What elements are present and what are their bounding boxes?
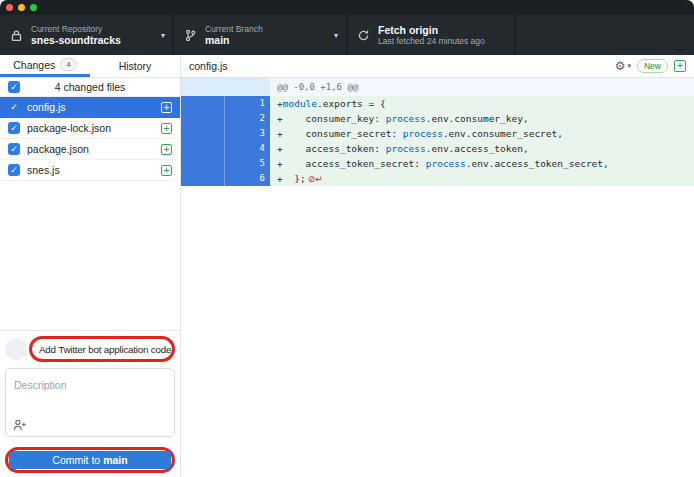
diff-line-code: + consumer_key: process.env.consumer_key… bbox=[270, 111, 694, 126]
diff-line-code: + };⊘↵ bbox=[270, 171, 694, 186]
fetch-status: Last fetched 24 minutes ago bbox=[378, 36, 485, 46]
commit-form: Add Twitter bot application code Descrip… bbox=[0, 330, 180, 477]
diff-options-button[interactable]: ⚙ ▾ bbox=[615, 60, 631, 72]
branch-label: Current Branch bbox=[205, 24, 263, 34]
diff-line-gutter[interactable]: 6 bbox=[181, 171, 270, 186]
sync-icon bbox=[357, 29, 370, 42]
summary-input[interactable]: Add Twitter bot application code bbox=[32, 344, 171, 355]
repository-name: snes-soundtracks bbox=[31, 34, 121, 47]
description-input[interactable]: Description bbox=[5, 368, 175, 437]
diff-hunk-header: @@ -0,0 +1,6 @@ bbox=[181, 78, 694, 96]
file-checkbox[interactable]: ✓ bbox=[8, 164, 20, 176]
file-row-snes-js[interactable]: ✓ snes.js + bbox=[0, 160, 180, 181]
fetch-origin-button[interactable]: Fetch origin Last fetched 24 minutes ago bbox=[347, 15, 515, 55]
changed-files-label: 4 changed files bbox=[55, 81, 126, 93]
diff-line-code: + consumer_secret: process.env.consumer_… bbox=[270, 126, 694, 141]
add-coauthor-icon[interactable] bbox=[13, 419, 27, 431]
hunk-gutter bbox=[181, 78, 270, 96]
line-number: 2 bbox=[225, 111, 270, 126]
added-status-icon: + bbox=[161, 165, 172, 176]
toolbar-empty bbox=[515, 15, 694, 55]
file-name: package-lock.json bbox=[27, 122, 154, 134]
file-checkbox[interactable]: ✓ bbox=[8, 122, 20, 134]
github-desktop-window: Current Repository snes-soundtracks ▾ Cu… bbox=[0, 0, 694, 477]
commit-target-branch: main bbox=[103, 454, 128, 466]
tab-changes[interactable]: Changes 4 bbox=[0, 55, 90, 77]
changed-files-header: ✓ 4 changed files bbox=[0, 78, 180, 97]
new-file-badge: New bbox=[637, 59, 668, 73]
file-checkbox[interactable]: ✓ bbox=[8, 143, 20, 155]
gear-icon: ⚙ bbox=[615, 60, 626, 72]
diff-line-6: 6 + };⊘↵ bbox=[181, 171, 694, 186]
annotation-highlight-summary: Add Twitter bot application code bbox=[29, 336, 175, 362]
file-name: config.js bbox=[27, 101, 154, 113]
changes-count-badge: 4 bbox=[60, 58, 76, 71]
annotation-highlight-commit: Commit to main bbox=[5, 447, 175, 473]
line-number: 3 bbox=[225, 126, 270, 141]
close-button[interactable] bbox=[6, 4, 13, 11]
description-placeholder: Description bbox=[14, 379, 67, 391]
line-number: 4 bbox=[225, 141, 270, 156]
fetch-label: Fetch origin bbox=[378, 24, 485, 37]
file-checkbox[interactable]: ✓ bbox=[8, 101, 20, 113]
line-number: 1 bbox=[225, 96, 270, 111]
diff-line-code: + access_token_secret: process.env.acces… bbox=[270, 156, 694, 171]
chevron-down-icon: ▾ bbox=[627, 62, 631, 70]
diff-line-3: 3 + consumer_secret: process.env.consume… bbox=[181, 126, 694, 141]
file-row-config-js[interactable]: ✓ config.js + bbox=[0, 97, 180, 118]
added-status-icon: + bbox=[674, 60, 686, 72]
lock-icon bbox=[10, 29, 23, 42]
branch-selector[interactable]: Current Branch main ▾ bbox=[174, 15, 347, 55]
diff-empty-area bbox=[181, 186, 694, 477]
line-number: 6 bbox=[225, 171, 270, 186]
hunk-header-text: @@ -0,0 +1,6 @@ bbox=[270, 78, 694, 96]
diff-header: config.js ⚙ ▾ New + bbox=[181, 55, 694, 78]
diff-line-2: 2 + consumer_key: process.env.consumer_k… bbox=[181, 111, 694, 126]
titlebar bbox=[0, 0, 694, 15]
minimize-button[interactable] bbox=[18, 4, 25, 11]
file-name: package.json bbox=[27, 143, 154, 155]
zoom-button[interactable] bbox=[30, 4, 37, 11]
diff-line-gutter[interactable]: 1 bbox=[181, 96, 270, 111]
added-status-icon: + bbox=[161, 102, 172, 113]
diff-line-gutter[interactable]: 2 bbox=[181, 111, 270, 126]
diff-line-code: +module.exports = { bbox=[270, 96, 694, 111]
diff-line-gutter[interactable]: 5 bbox=[181, 156, 270, 171]
toolbar: Current Repository snes-soundtracks ▾ Cu… bbox=[0, 15, 694, 55]
repository-label: Current Repository bbox=[31, 24, 121, 34]
no-newline-icon: ⊘↵ bbox=[308, 174, 323, 184]
user-avatar bbox=[5, 338, 27, 360]
diff-line-code: + access_token: process.env.access_token… bbox=[270, 141, 694, 156]
diff-line-gutter[interactable]: 3 bbox=[181, 126, 270, 141]
file-row-package-json[interactable]: ✓ package.json + bbox=[0, 139, 180, 160]
diff-line-1: 1 +module.exports = { bbox=[181, 96, 694, 111]
file-name: snes.js bbox=[27, 164, 154, 176]
chevron-down-icon: ▾ bbox=[161, 31, 165, 40]
chevron-down-icon: ▾ bbox=[334, 31, 338, 40]
diff-pane: config.js ⚙ ▾ New + @@ -0,0 +1,6 @@ 1 bbox=[181, 55, 694, 477]
select-all-checkbox[interactable]: ✓ bbox=[8, 81, 20, 93]
repository-selector[interactable]: Current Repository snes-soundtracks ▾ bbox=[0, 15, 174, 55]
commit-button[interactable]: Commit to main bbox=[9, 451, 171, 469]
line-number: 5 bbox=[225, 156, 270, 171]
diff-line-4: 4 + access_token: process.env.access_tok… bbox=[181, 141, 694, 156]
tab-history[interactable]: History bbox=[90, 55, 180, 77]
diff-file-title: config.js bbox=[189, 60, 615, 72]
diff-line-5: 5 + access_token_secret: process.env.acc… bbox=[181, 156, 694, 171]
branch-name: main bbox=[205, 34, 263, 47]
added-status-icon: + bbox=[161, 123, 172, 134]
sidebar-tabbar: Changes 4 History bbox=[0, 55, 180, 78]
added-status-icon: + bbox=[161, 144, 172, 155]
branch-icon bbox=[184, 29, 197, 42]
diff-line-gutter[interactable]: 4 bbox=[181, 141, 270, 156]
file-row-package-lock-json[interactable]: ✓ package-lock.json + bbox=[0, 118, 180, 139]
changes-sidebar: Changes 4 History ✓ 4 changed files ✓ co… bbox=[0, 55, 181, 477]
file-list-empty-space bbox=[0, 181, 180, 330]
